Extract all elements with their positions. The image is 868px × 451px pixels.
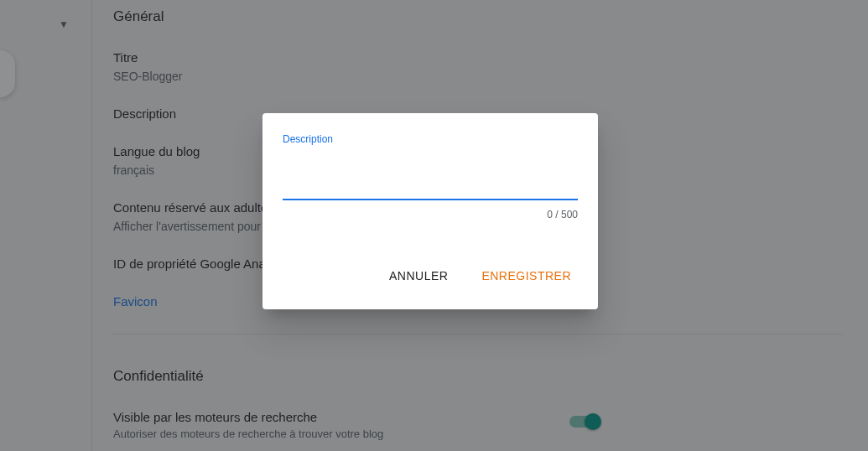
dialog-field-label: Description xyxy=(283,133,578,145)
dialog-actions: ANNULER ENREGISTRER xyxy=(283,262,578,289)
description-dialog: Description 0 / 500 ANNULER ENREGISTRER xyxy=(262,113,598,309)
save-button[interactable]: ENREGISTRER xyxy=(475,262,578,289)
char-counter: 0 / 500 xyxy=(283,209,578,220)
description-input[interactable] xyxy=(283,150,578,200)
cancel-button[interactable]: ANNULER xyxy=(382,262,455,289)
